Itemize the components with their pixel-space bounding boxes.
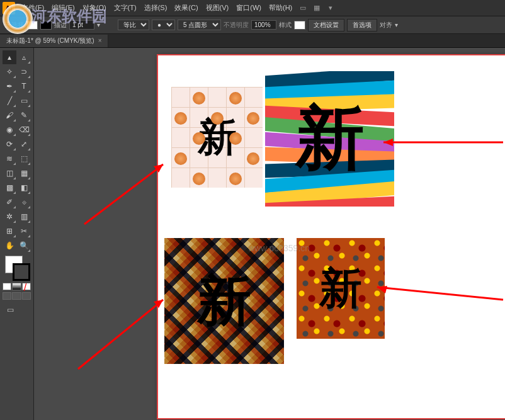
draw-normal-icon[interactable]	[3, 292, 11, 300]
tab-title: 未标题-1* @ 59% (CMYK/预览)	[6, 37, 94, 45]
align-label[interactable]: 对齐	[380, 21, 392, 30]
canvas-area[interactable]: www.pc0359.cn 新	[34, 48, 505, 420]
draw-behind-icon[interactable]	[12, 292, 21, 300]
svg-line-4	[78, 300, 163, 369]
tab-bar: 未标题-1* @ 59% (CMYK/预览) ×	[0, 34, 505, 48]
paintbrush-tool[interactable]: 🖌	[3, 108, 16, 122]
eraser-tool[interactable]: ⌫	[17, 123, 31, 137]
width-tool[interactable]: ≋	[3, 152, 16, 166]
brush-select[interactable]: ●	[152, 20, 175, 30]
dropdown-icon[interactable]: ▾	[326, 3, 336, 13]
mesh-tool[interactable]: ▩	[3, 181, 16, 195]
uniform-select[interactable]: 等比	[118, 20, 149, 30]
symbol-sprayer-tool[interactable]: ✲	[3, 210, 16, 224]
hand-tool[interactable]: ✋	[3, 239, 16, 253]
gradient-mode-icon[interactable]	[12, 283, 21, 290]
menu-window[interactable]: 窗口(W)	[232, 3, 265, 13]
free-transform-tool[interactable]: ⬚	[17, 152, 31, 166]
artboard-tool[interactable]: ⊞	[3, 224, 16, 238]
lasso-tool[interactable]: ⊃	[17, 65, 31, 79]
prefs-button[interactable]: 首选项	[347, 19, 377, 31]
tools-panel: ▴▵ ✧⊃ ✒T ╱▭ 🖌✎ ◉⌫ ⟳⤢ ≋⬚ ◫▦ ▩◧ ✐⟐ ✲▥ ⊞✂ ✋…	[0, 48, 34, 420]
pattern-sample-ornament[interactable]: 新	[297, 238, 385, 339]
document-tab[interactable]: 未标题-1* @ 59% (CMYK/预览) ×	[0, 35, 108, 47]
opacity-input[interactable]	[251, 20, 276, 30]
none-mode-icon[interactable]: /	[22, 283, 31, 290]
stroke-color-swatch[interactable]	[13, 263, 30, 281]
pen-tool[interactable]: ✒	[3, 79, 16, 93]
shape-builder-tool[interactable]: ◫	[3, 166, 16, 180]
shape-select[interactable]: 5 点圆形	[178, 20, 221, 30]
color-picker[interactable]	[3, 256, 33, 281]
pencil-tool[interactable]: ✎	[17, 108, 31, 122]
scale-tool[interactable]: ⤢	[17, 137, 31, 151]
style-swatch[interactable]	[294, 21, 305, 30]
doc-setup-button[interactable]: 文档设置	[308, 19, 344, 31]
glyph-text: 新	[319, 260, 362, 317]
magic-wand-tool[interactable]: ✧	[3, 65, 16, 79]
blend-tool[interactable]: ⟐	[17, 195, 31, 209]
blob-brush-tool[interactable]: ◉	[3, 123, 16, 137]
rotate-tool[interactable]: ⟳	[3, 137, 16, 151]
watermark-center: www.pc0359.cn	[248, 243, 310, 253]
selection-tool[interactable]: ▴	[3, 50, 16, 64]
menu-view[interactable]: 视图(V)	[202, 3, 233, 13]
type-tool[interactable]: T	[17, 79, 31, 93]
slice-tool[interactable]: ✂	[17, 224, 31, 238]
perspective-tool[interactable]: ▦	[17, 166, 31, 180]
close-icon[interactable]: ×	[98, 37, 102, 44]
color-mode-icon[interactable]	[3, 283, 11, 290]
screen-mode-icon[interactable]: ▭	[3, 303, 18, 317]
column-graph-tool[interactable]: ▥	[17, 210, 31, 224]
menu-type[interactable]: 文字(T)	[110, 3, 140, 13]
line-tool[interactable]: ╱	[3, 94, 16, 108]
workspace: ▴▵ ✧⊃ ✒T ╱▭ 🖌✎ ◉⌫ ⟳⤢ ≋⬚ ◫▦ ▩◧ ✐⟐ ✲▥ ⊞✂ ✋…	[0, 48, 505, 420]
chevron-down-icon[interactable]: ▾	[395, 21, 398, 28]
layout-icon[interactable]: ▭	[298, 3, 308, 13]
rectangle-tool[interactable]: ▭	[17, 94, 31, 108]
watermark-text: 河东软件园	[31, 6, 107, 26]
arrange-icon[interactable]: ▦	[312, 3, 322, 13]
pattern-sample-chevron[interactable]: 新	[164, 238, 284, 364]
gradient-tool[interactable]: ◧	[17, 181, 31, 195]
eyedropper-tool[interactable]: ✐	[3, 195, 16, 209]
zoom-tool[interactable]: 🔍	[17, 239, 31, 253]
glyph-text: 新	[295, 92, 365, 186]
opacity-label: 不透明度	[224, 21, 249, 30]
artboard[interactable]: 新 新 新 新	[157, 54, 505, 419]
menu-help[interactable]: 帮助(H)	[265, 3, 296, 13]
pattern-sample-cats[interactable]: 新	[171, 87, 263, 188]
style-label: 样式	[279, 21, 292, 30]
svg-line-0	[84, 164, 163, 224]
direct-selection-tool[interactable]: ▵	[17, 50, 31, 64]
menu-select[interactable]: 选择(S)	[140, 3, 171, 13]
glyph-text: 新	[197, 264, 251, 338]
watermark-logo	[3, 4, 33, 34]
pattern-sample-wave[interactable]: 新	[265, 71, 394, 207]
menu-effect[interactable]: 效果(C)	[171, 3, 201, 13]
